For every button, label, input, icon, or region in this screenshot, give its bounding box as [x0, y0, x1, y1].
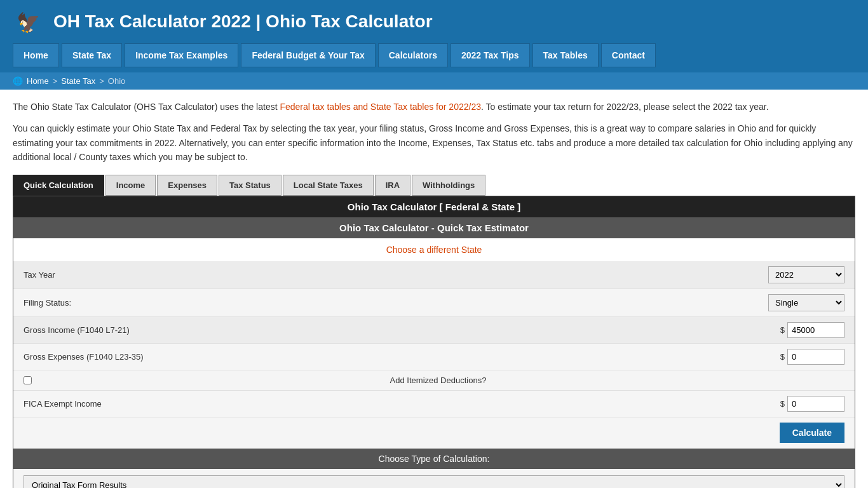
calculator-subheader: Ohio Tax Calculator - Quick Tax Estimato… [13, 217, 855, 238]
breadcrumb-ohio: Ohio [108, 76, 125, 86]
tab-expenses[interactable]: Expenses [157, 175, 217, 196]
intro-para-1-after: . To estimate your tax return for 2022/2… [481, 102, 769, 112]
globe-icon: 🌐 [13, 76, 23, 86]
eagle-logo-icon: 🦅 [13, 6, 43, 37]
gross-expenses-label: Gross Expenses (F1040 L23-35) [24, 352, 780, 362]
choose-state-link[interactable]: Choose a different State [13, 238, 855, 261]
calculator-header: Ohio Tax Calculator [ Federal & State ] [13, 196, 855, 217]
calculate-button[interactable]: Calculate [780, 423, 844, 443]
calc-type-header: Choose Type of Calculation: [13, 449, 855, 469]
tax-year-label: Tax Year [24, 270, 768, 280]
tax-year-input-group: 2022 2021 2020 2019 [768, 266, 844, 283]
nav-item-home[interactable]: Home [13, 43, 59, 67]
gross-income-label: Gross Income (F1040 L7-21) [24, 325, 780, 335]
breadcrumb-home[interactable]: Home [27, 76, 49, 86]
gross-expenses-input[interactable] [787, 349, 844, 365]
intro-para-1: The Ohio State Tax Calculator (OHS Tax C… [13, 100, 855, 114]
nav-item-contact[interactable]: Contact [601, 43, 656, 67]
filing-status-row: Filing Status: Single Married Filing Joi… [13, 289, 855, 317]
content-area: The Ohio State Tax Calculator (OHS Tax C… [0, 90, 868, 488]
tax-year-select[interactable]: 2022 2021 2020 2019 [768, 266, 844, 283]
calculator-container: Ohio Tax Calculator [ Federal & State ] … [13, 196, 855, 488]
itemized-deductions-checkbox[interactable] [24, 376, 32, 384]
fica-exempt-dollar-sign: $ [780, 399, 785, 409]
calc-type-select-row: Original Tax Form Results Simplified Res… [13, 469, 855, 488]
federal-tables-link[interactable]: Federal tax tables and State Tax tables … [280, 102, 481, 112]
svg-text:🦅: 🦅 [17, 11, 41, 34]
fica-exempt-row: FICA Exempt Income $ [13, 391, 855, 417]
tax-year-row: Tax Year 2022 2021 2020 2019 [13, 261, 855, 289]
tabs-row: Quick Calculation Income Expenses Tax St… [13, 175, 855, 196]
main-nav: Home State Tax Income Tax Examples Feder… [0, 43, 868, 72]
breadcrumb-sep-1: > [53, 76, 58, 86]
intro-para-1-before: The Ohio State Tax Calculator (OHS Tax C… [13, 102, 280, 112]
nav-item-calculators[interactable]: Calculators [378, 43, 448, 67]
gross-expenses-input-group: $ [780, 349, 844, 365]
gross-income-dollar-sign: $ [780, 325, 785, 335]
filing-status-input-group: Single Married Filing Jointly Married Fi… [768, 294, 844, 311]
gross-income-input-group: $ [780, 322, 844, 338]
nav-item-income-tax-examples[interactable]: Income Tax Examples [125, 43, 238, 67]
filing-status-select[interactable]: Single Married Filing Jointly Married Fi… [768, 294, 844, 311]
intro-para-2: You can quickly estimate your Ohio State… [13, 121, 855, 164]
calculate-btn-row: Calculate [13, 417, 855, 449]
tab-tax-status[interactable]: Tax Status [219, 175, 281, 196]
gross-expenses-row: Gross Expenses (F1040 L23-35) $ [13, 344, 855, 370]
fica-exempt-input[interactable] [787, 396, 844, 412]
fica-exempt-label: FICA Exempt Income [24, 399, 780, 409]
breadcrumb-sep-2: > [99, 76, 104, 86]
itemized-deductions-label: Add Itemized Deductions? [32, 376, 844, 385]
filing-status-label: Filing Status: [24, 298, 768, 308]
site-header: 🦅 OH Tax Calculator 2022 | Ohio Tax Calc… [0, 0, 868, 43]
tab-income[interactable]: Income [105, 175, 156, 196]
nav-item-state-tax[interactable]: State Tax [62, 43, 122, 67]
fica-exempt-input-group: $ [780, 396, 844, 412]
tab-local-state-taxes[interactable]: Local State Taxes [283, 175, 374, 196]
calc-type-select[interactable]: Original Tax Form Results Simplified Res… [24, 475, 844, 488]
breadcrumb-state-tax[interactable]: State Tax [61, 76, 95, 86]
tab-quick-calculation[interactable]: Quick Calculation [13, 175, 104, 196]
itemized-deductions-row: Add Itemized Deductions? [13, 370, 855, 391]
tab-withholdings[interactable]: Withholdings [412, 175, 485, 196]
gross-expenses-dollar-sign: $ [780, 352, 785, 362]
tab-ira[interactable]: IRA [375, 175, 410, 196]
nav-item-2022-tax-tips[interactable]: 2022 Tax Tips [451, 43, 530, 67]
site-title: OH Tax Calculator 2022 | Ohio Tax Calcul… [53, 11, 433, 32]
gross-income-input[interactable] [787, 322, 844, 338]
breadcrumb: 🌐 Home > State Tax > Ohio [0, 72, 868, 90]
gross-income-row: Gross Income (F1040 L7-21) $ [13, 317, 855, 344]
nav-item-tax-tables[interactable]: Tax Tables [532, 43, 599, 67]
nav-item-federal-budget[interactable]: Federal Budget & Your Tax [241, 43, 375, 67]
